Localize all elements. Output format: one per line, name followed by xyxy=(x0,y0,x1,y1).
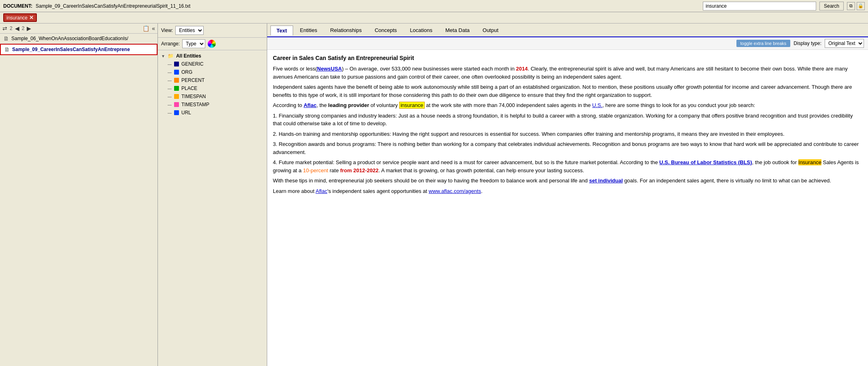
tag-close-icon[interactable]: ✕ xyxy=(29,15,34,21)
view-label: View: xyxy=(161,28,173,33)
file-item-2[interactable]: 🗎 Sample_09_CareerInSalesCanSatisfyAnEnt… xyxy=(0,44,157,55)
collapse-button[interactable]: « xyxy=(152,25,155,32)
left-toolbar: ⇄ 2 ◀ 2 ▶ 📋 « xyxy=(0,24,157,34)
paragraph-2: Independent sales agents have the benefi… xyxy=(273,83,862,99)
tree-folder-icon: 📁 xyxy=(168,53,174,59)
paragraph-5: 2. Hands-on training and mentorship oppo… xyxy=(273,130,862,138)
left-panel: ⇄ 2 ◀ 2 ▶ 📋 « 🗎 Sample_06_WhenOnAnAssoci… xyxy=(0,24,158,366)
top-icons: ⧉ 🔒 xyxy=(847,2,865,10)
ten-percent: 10-percent xyxy=(303,167,328,173)
search-input[interactable] xyxy=(703,2,816,11)
tree-item-timespan[interactable]: — TIMESPAN xyxy=(158,92,267,101)
tree-item-timestamp[interactable]: — TIMESTAMP xyxy=(158,101,267,109)
arrange-select[interactable]: Type xyxy=(182,39,205,48)
right-panel: Text Entities Relationships Concepts Loc… xyxy=(267,24,868,366)
entity-label-org: ORG xyxy=(181,69,192,75)
top-bar: DOCUMENT: Sample_09_CareerInSalesCanSati… xyxy=(0,0,868,12)
paragraph-4: 1. Financially strong companies and indu… xyxy=(273,112,862,128)
bls-link[interactable]: U.S. Bureau of Labor Statistics (BLS) xyxy=(660,159,752,165)
file-icon-1: 🗎 xyxy=(3,35,9,42)
date-range: from 2012-2022 xyxy=(340,167,379,173)
tag-row: insurance ✕ xyxy=(0,12,868,24)
entity-label-generic: GENERIC xyxy=(181,61,204,67)
article-title: Career in Sales Can Satisfy an Entrepren… xyxy=(273,54,862,62)
toggle-line-breaks-button[interactable]: toggle extra line breaks xyxy=(736,40,791,47)
tree-item-percent[interactable]: — PERCENT xyxy=(158,76,267,84)
newsusa-link[interactable]: NewsUSA xyxy=(317,66,342,72)
generic-dot xyxy=(174,62,179,66)
aflac-link-1[interactable]: Aflac xyxy=(304,102,317,108)
tab-text[interactable]: Text xyxy=(270,26,293,36)
timespan-dot xyxy=(174,94,179,99)
color-wheel-icon[interactable] xyxy=(208,40,216,48)
entity-tree: ▼ 📁 All Entities — GENERIC — ORG — PERCE… xyxy=(158,50,267,366)
timestamp-dot xyxy=(174,102,179,107)
doc-label: DOCUMENT: xyxy=(3,3,32,9)
copy-icon[interactable]: ⧉ xyxy=(847,2,855,10)
aflac-agents-link[interactable]: www.aflac.com/agents xyxy=(429,188,481,194)
tab-bar: Text Entities Relationships Concepts Loc… xyxy=(267,24,868,37)
paragraph-8: With these tips in mind, entrepreneurial… xyxy=(273,177,862,185)
tab-entities[interactable]: Entities xyxy=(294,25,323,35)
file-icon-2: 🗎 xyxy=(4,46,10,53)
arrange-row: Arrange: Type xyxy=(158,38,267,50)
tag-label: insurance xyxy=(6,15,28,21)
paragraph-3: According to Aflac, the leading provider… xyxy=(273,101,862,109)
file-name-1: Sample_06_WhenOnAnAssociationBoardEducat… xyxy=(11,36,128,41)
paragraph-9: Learn more about Aflac's independent sal… xyxy=(273,187,862,195)
entity-label-timestamp: TIMESTAMP xyxy=(181,102,209,107)
middle-panel: View: Entities Arrange: Type ▼ 📁 All Ent… xyxy=(158,24,267,366)
main-layout: ⇄ 2 ◀ 2 ▶ 📋 « 🗎 Sample_06_WhenOnAnAssoci… xyxy=(0,24,868,366)
file-list: 🗎 Sample_06_WhenOnAnAssociationBoardEduc… xyxy=(0,34,157,366)
url-dot xyxy=(174,110,179,115)
tab-concepts[interactable]: Concepts xyxy=(368,25,403,35)
place-dot xyxy=(174,86,179,91)
tab-output[interactable]: Output xyxy=(477,25,504,35)
insurance-highlight-2: Insurance xyxy=(798,159,821,165)
settings-icon[interactable]: 🔒 xyxy=(857,2,865,10)
file-item-1[interactable]: 🗎 Sample_06_WhenOnAnAssociationBoardEduc… xyxy=(0,34,157,44)
tree-item-generic[interactable]: — GENERIC xyxy=(158,60,267,68)
search-tag: insurance ✕ xyxy=(3,13,37,22)
display-type-label: Display type: xyxy=(794,41,821,46)
us-link[interactable]: U.S. xyxy=(592,102,602,108)
paragraph-1: Five words or less(NewsUSA) – On average… xyxy=(273,65,862,81)
paragraph-7: 4. Future market potential: Selling a pr… xyxy=(273,158,862,174)
back-button[interactable]: ◀ xyxy=(15,25,19,32)
nav-count: 2 xyxy=(10,26,13,31)
copy-button[interactable]: 📋 xyxy=(143,25,149,32)
display-type-select[interactable]: Original Text xyxy=(825,39,864,48)
entity-label-percent: PERCENT xyxy=(181,77,204,83)
tree-item-place[interactable]: — PLACE xyxy=(158,84,267,92)
year-2014: 2014 xyxy=(516,66,528,72)
tree-root-label: All Entities xyxy=(176,53,201,59)
insurance-highlight-1: insurance xyxy=(399,102,424,109)
tree-item-url[interactable]: — URL xyxy=(158,109,267,117)
arrange-label: Arrange: xyxy=(161,41,180,47)
aflac-link-2[interactable]: Aflac xyxy=(316,188,328,194)
nav-count-2: 2 xyxy=(22,26,25,31)
paragraph-6: 3. Recognition awards and bonus programs… xyxy=(273,140,862,156)
entity-label-url: URL xyxy=(181,110,191,116)
forward-button[interactable]: ▶ xyxy=(27,25,31,32)
tree-root[interactable]: ▼ 📁 All Entities xyxy=(158,52,267,60)
percent-dot xyxy=(174,78,179,83)
tab-metadata[interactable]: Meta Data xyxy=(439,25,476,35)
entity-label-timespan: TIMESPAN xyxy=(181,94,206,99)
tree-item-org[interactable]: — ORG xyxy=(158,68,267,76)
view-select[interactable]: Entities xyxy=(175,26,204,35)
doc-title: Sample_09_CareerInSalesCanSatisfyAnEntre… xyxy=(36,3,190,9)
doc-text: Career in Sales Can Satisfy an Entrepren… xyxy=(267,50,868,366)
set-individual-link[interactable]: set individual xyxy=(589,178,623,184)
file-name-2: Sample_09_CareerInSalesCanSatisfyAnEntre… xyxy=(12,47,130,52)
search-button[interactable]: Search xyxy=(819,2,844,11)
leading-provider-text: leading provider xyxy=(328,102,369,108)
doc-content-header: toggle extra line breaks Display type: O… xyxy=(267,37,868,50)
view-row: View: Entities xyxy=(158,24,267,38)
entity-label-place: PLACE xyxy=(181,86,197,91)
tab-relationships[interactable]: Relationships xyxy=(324,25,368,35)
tab-locations[interactable]: Locations xyxy=(404,25,438,35)
org-dot xyxy=(174,70,179,75)
nav-icon[interactable]: ⇄ xyxy=(2,25,7,32)
